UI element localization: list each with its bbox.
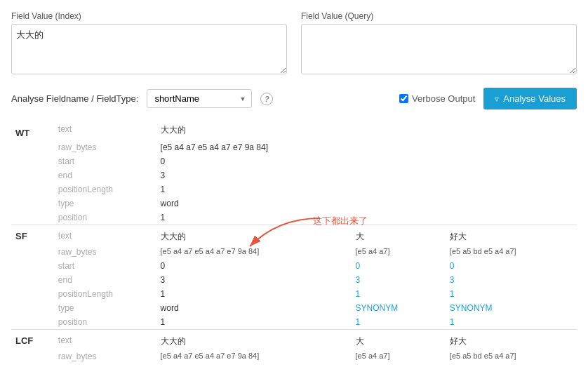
cell-value: 1 <box>156 211 352 225</box>
cell-value <box>352 122 446 140</box>
field-value-index-label: Field Value (Index) <box>11 11 287 21</box>
analyse-values-label: Analyse Values <box>503 93 566 104</box>
cell-value: 3 <box>352 273 446 287</box>
group-label <box>11 349 54 363</box>
cell-value: 3 <box>446 273 577 287</box>
cell-value: 1 <box>156 315 352 330</box>
group-label <box>11 196 54 211</box>
cell-value: 大大的 <box>156 225 352 246</box>
field-name: text <box>54 225 156 246</box>
group-label <box>11 168 54 182</box>
cell-value: 好大 <box>446 330 577 350</box>
table-row: SFtext大大的大好大 <box>11 225 577 246</box>
fieldname-select[interactable]: shortName <box>147 89 252 108</box>
field-value-query-input[interactable] <box>301 24 577 74</box>
cell-value: 好大 <box>446 225 577 246</box>
results-table: WTtext大大的raw_bytes[e5 a4 a7 e5 a4 a7 e7 … <box>11 122 577 363</box>
field-value-query-label: Field Value (Query) <box>301 11 577 21</box>
cell-value: 大 <box>352 225 446 246</box>
group-label <box>11 245 54 259</box>
group-label <box>11 287 54 301</box>
group-label <box>11 315 54 330</box>
cell-value: 1 <box>446 315 577 330</box>
cell-value <box>446 182 577 196</box>
group-label <box>11 140 54 154</box>
cell-value <box>352 140 446 154</box>
table-row: raw_bytes[e5 a4 a7 e5 a4 a7 e7 9a 84] <box>11 140 577 154</box>
table-row: end3 <box>11 168 577 182</box>
cell-value: 大大的 <box>156 122 352 140</box>
cell-value <box>446 196 577 211</box>
group-label <box>11 154 54 168</box>
field-name: raw_bytes <box>54 245 156 259</box>
table-row: positionLength111 <box>11 287 577 301</box>
field-name: raw_bytes <box>54 140 156 154</box>
cell-value: [e5 a4 a7 e5 a4 a7 e7 9a 84] <box>156 140 352 154</box>
cell-value: [e5 a4 a7] <box>352 245 446 259</box>
cell-value <box>352 211 446 225</box>
group-label <box>11 182 54 196</box>
table-row: raw_bytes[e5 a4 a7 e5 a4 a7 e7 9a 84][e5… <box>11 245 577 259</box>
cell-value: [e5 a4 a7 e5 a4 a7 e7 9a 84] <box>156 349 352 363</box>
cell-value <box>446 122 577 140</box>
cell-value: 3 <box>156 168 352 182</box>
group-label <box>11 301 54 315</box>
cell-value: 3 <box>156 273 352 287</box>
cell-value: word <box>156 196 352 211</box>
table-row: end333 <box>11 273 577 287</box>
table-row: LCFtext大大的大好大 <box>11 330 577 350</box>
cell-value: word <box>156 301 352 315</box>
cell-value: [e5 a5 bd e5 a4 a7] <box>446 245 577 259</box>
cell-value: 0 <box>156 154 352 168</box>
group-label <box>11 211 54 225</box>
cell-value: 1 <box>446 287 577 301</box>
table-row: position111 <box>11 315 577 330</box>
cell-value: SYNONYM <box>446 301 577 315</box>
group-label: LCF <box>11 330 54 350</box>
verbose-label: Verbose Output <box>412 93 475 104</box>
cell-value: 0 <box>156 259 352 273</box>
analyse-values-button[interactable]: ▿ Analyse Values <box>483 88 577 109</box>
field-name: positionLength <box>54 287 156 301</box>
field-name: end <box>54 273 156 287</box>
cell-value: 大大的 <box>156 330 352 350</box>
cell-value: [e5 a5 bd e5 a4 a7] <box>446 349 577 363</box>
verbose-checkbox[interactable] <box>399 94 408 103</box>
field-name: text <box>54 330 156 350</box>
cell-value: 0 <box>352 259 446 273</box>
table-row: typewordSYNONYMSYNONYM <box>11 301 577 315</box>
cell-value <box>446 168 577 182</box>
cell-value <box>446 140 577 154</box>
table-row: start0 <box>11 154 577 168</box>
field-name: start <box>54 259 156 273</box>
field-name: text <box>54 122 156 140</box>
analyse-label: Analyse Fieldname / FieldType: <box>11 93 138 104</box>
table-row: WTtext大大的 <box>11 122 577 140</box>
field-name: start <box>54 154 156 168</box>
cell-value: 1 <box>352 287 446 301</box>
field-name: end <box>54 168 156 182</box>
table-row: start000 <box>11 259 577 273</box>
table-row: typeword <box>11 196 577 211</box>
group-label <box>11 273 54 287</box>
table-row: position1 <box>11 211 577 225</box>
field-name: position <box>54 211 156 225</box>
field-name: position <box>54 315 156 330</box>
group-label: WT <box>11 122 54 140</box>
field-name: positionLength <box>54 182 156 196</box>
cell-value: [e5 a4 a7 e5 a4 a7 e7 9a 84] <box>156 245 352 259</box>
cell-value <box>352 196 446 211</box>
cell-value <box>446 211 577 225</box>
cell-value <box>352 168 446 182</box>
cell-value: SYNONYM <box>352 301 446 315</box>
cell-value: 1 <box>156 182 352 196</box>
cell-value <box>352 182 446 196</box>
filter-icon: ▿ <box>495 94 499 104</box>
field-name: type <box>54 196 156 211</box>
help-icon[interactable]: ? <box>260 93 273 105</box>
cell-value <box>352 154 446 168</box>
field-value-index-input[interactable]: 大大的 <box>11 24 287 74</box>
cell-value: 大 <box>352 330 446 350</box>
cell-value: [e5 a4 a7] <box>352 349 446 363</box>
cell-value: 1 <box>156 287 352 301</box>
